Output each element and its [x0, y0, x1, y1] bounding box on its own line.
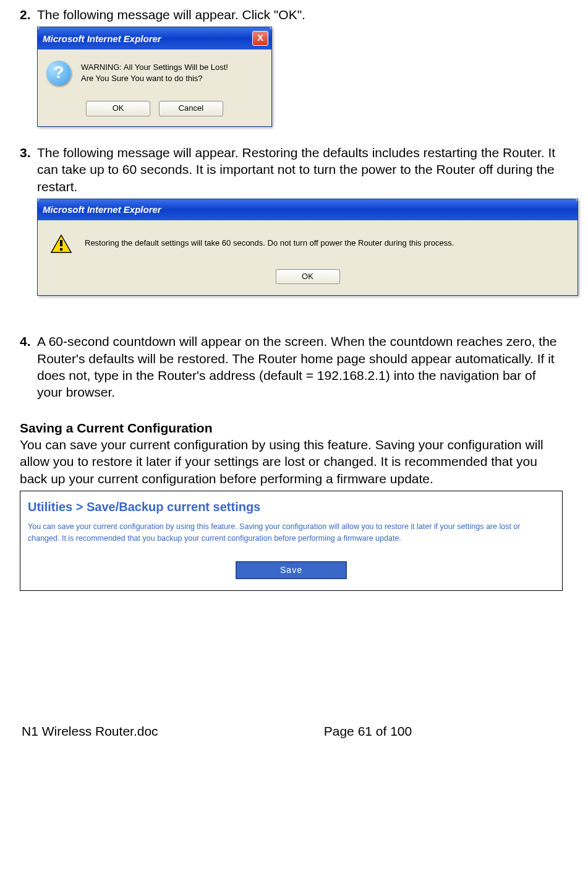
utilities-title: Utilities > Save/Backup current settings: [27, 496, 556, 521]
utilities-description: You can save your current configuration …: [27, 521, 556, 561]
warning-icon: [50, 234, 72, 254]
question-icon: ?: [46, 61, 71, 85]
step-4-text: A 60-second countdown will appear on the…: [37, 333, 563, 400]
dialog2-message: Restoring the default settings will take…: [85, 238, 454, 249]
step-2-text: The following message will appear. Click…: [37, 6, 563, 23]
step-3-text: The following message will appear. Resto…: [37, 144, 563, 195]
footer-doc-name: N1 Wireless Router.doc: [21, 722, 258, 740]
close-icon[interactable]: X: [252, 31, 268, 46]
dialog1-message: WARNING: All Your Settings Will be Lost!…: [81, 62, 228, 84]
ok-button[interactable]: OK: [86, 101, 150, 116]
dialog-restoring-defaults: Microsoft Internet Explorer Restoring th…: [37, 199, 578, 296]
step-3-number: 3.: [20, 144, 37, 195]
dialog1-title: Microsoft Internet Explorer: [43, 33, 161, 45]
footer-page-number: Page 61 of 100: [260, 722, 562, 740]
step-2-number: 2.: [20, 6, 37, 23]
svg-rect-1: [60, 240, 62, 246]
save-button[interactable]: Save: [236, 561, 347, 579]
dialog2-titlebar: Microsoft Internet Explorer: [38, 199, 577, 220]
cancel-button[interactable]: Cancel: [159, 101, 223, 116]
dialog2-title: Microsoft Internet Explorer: [43, 204, 161, 215]
utilities-save-backup-panel: Utilities > Save/Backup current settings…: [20, 491, 563, 591]
saving-config-body: You can save your current configuration …: [20, 436, 563, 487]
ok-button[interactable]: OK: [276, 269, 340, 285]
svg-rect-2: [60, 248, 62, 251]
dialog-confirm-settings-lost: Microsoft Internet Explorer X ? WARNING:…: [37, 27, 272, 127]
saving-config-heading: Saving a Current Configuration: [20, 420, 563, 436]
step-4-number: 4.: [20, 333, 37, 400]
dialog1-titlebar: Microsoft Internet Explorer X: [38, 27, 271, 49]
